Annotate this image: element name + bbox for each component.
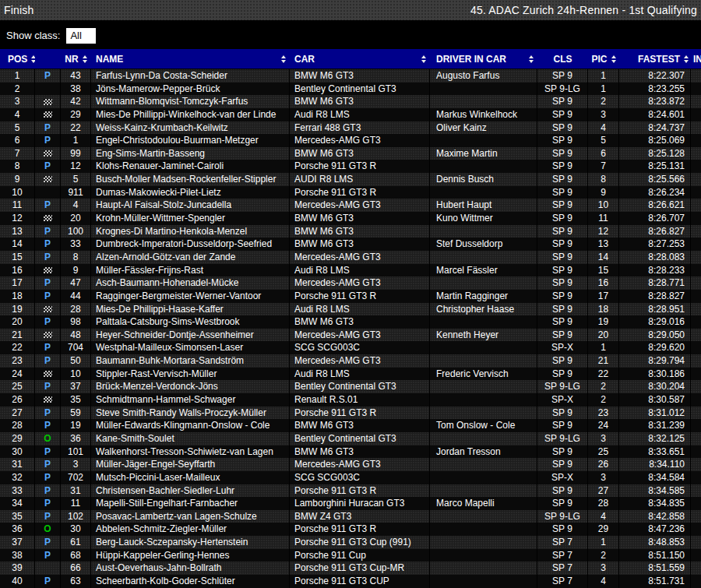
cell-cls: SP 9 [537,212,588,225]
cell-driver [430,575,537,588]
cell-pic: 9 [588,186,619,199]
cell-name: Dumas-Makowiecki-Pilet-Lietz [91,186,290,199]
cell-status: P [35,497,61,510]
column-header-name[interactable]: NAME [91,49,290,69]
cell-nr: 100 [61,225,91,238]
table-row: 8P12Klohs-Renauer-Jaminet-CairoliPorsche… [0,160,701,173]
column-header-label: CLS [554,54,572,65]
cell-pic: 1 [588,83,619,96]
checkered-flag-icon [44,150,52,157]
cell-pic: 3 [588,108,619,121]
cell-name: Wittmann-Blomqvist-Tomczyk-Farfus [91,95,290,108]
cell-in [691,329,701,342]
cell-cls: SP 9 [537,225,588,238]
cell-driver [430,484,537,498]
checkered-flag-icon [44,267,52,273]
cell-fastest: 8:28.233 [619,264,691,277]
cell-status: P [35,536,61,549]
cell-cls: SP 9 [537,264,588,277]
cell-nr: 31 [61,484,91,498]
cell-nr: 38 [61,83,91,96]
cell-in [691,549,701,562]
cell-nr: 1 [61,134,91,147]
column-header-fastest[interactable]: FASTEST [619,49,691,69]
cell-name: Heyer-Schneider-Dontje-Assenheimer [91,329,290,342]
cell-nr: 911 [61,186,91,199]
cell-cls: SP 9 [537,290,588,303]
cell-car: Porsche 911 GT3 R [290,523,430,536]
cell-driver: Markus Winkelhock [430,108,537,121]
cell-in [691,432,701,445]
cell-car: Bentley Continental GT3 [290,432,430,445]
cell-driver: Marcel Fässler [430,264,537,277]
cell-status: P [35,458,61,471]
cell-in [691,251,701,264]
cell-car: Porsche 911 GT3 Cup-MR [290,562,430,575]
pit-indicator: P [44,134,51,147]
cell-status: P [35,121,61,135]
table-row: 238Jöns-Mamerow-Pepper-BrückBentley Cont… [0,83,701,96]
cell-fastest: 8:28.083 [619,251,691,264]
cell-nr: 99 [61,147,91,160]
table-row: 1928Mies-De Phillippi-Haase-KafferAudi R… [0,303,701,316]
pit-indicator: P [44,407,51,420]
cell-name: Posavac-Lambertz-van Lagen-Schulze [91,510,290,523]
column-header-nr[interactable]: NR [61,49,91,69]
column-header-label: PIC [591,54,607,65]
cell-cls: SP 9 [537,368,588,381]
cell-status: P [35,134,61,147]
checkered-flag-icon [44,176,52,182]
cell-fastest: 8:34.110 [619,458,691,471]
cell-status: P [35,484,61,498]
column-header-label: NR [65,54,78,65]
column-header-driver[interactable]: DRIVER IN CAR [430,49,537,69]
cell-driver: Oliver Kainz [430,121,537,135]
cell-pos: 3 [0,95,35,108]
cell-pos: 17 [0,276,35,290]
cell-status [35,186,61,199]
cell-fastest: 8:34.584 [619,471,691,484]
column-header-car[interactable]: CAR [290,49,430,69]
cell-in [691,186,701,199]
cell-cls: SP 9-LG [537,510,588,523]
column-header-pic[interactable]: PIC [588,49,619,69]
table-row: 20P98Palttala-Catsburg-Sims-WestbrookBMW… [0,315,701,329]
cell-status: P [35,419,61,432]
cell-fastest: 8:25.566 [619,173,691,186]
cell-status [35,368,61,381]
cell-fastest: 8:23.255 [619,83,691,96]
cell-nr: 19 [61,419,91,432]
cell-nr: 3 [61,458,91,471]
pit-indicator: P [44,251,51,264]
column-header-status [35,49,61,69]
cell-cls: SP 9-LG [537,83,588,96]
cell-nr: 702 [61,471,91,484]
cell-pos: 30 [0,445,35,459]
cell-pic: 2 [588,549,619,562]
table-row: 2635Schmidtmann-Hammel-SchwagerRenault R… [0,393,701,407]
pit-indicator: P [44,510,51,523]
cell-status [35,393,61,407]
cell-in [691,69,701,83]
cell-name: Krognes-Di Martino-Henkola-Menzel [91,225,290,238]
cell-name: Mapelli-Still-Engelhart-Farnbacher [91,497,290,510]
cell-cls: SP 9 [537,407,588,420]
column-header-pos[interactable]: POS [0,49,35,69]
class-filter-select[interactable]: All [66,28,96,44]
cell-pic: 11 [588,212,619,225]
cell-nr: 101 [61,445,91,459]
cell-cls: SP 9 [537,134,588,147]
cell-in [691,380,701,393]
checkered-flag-icon [44,371,52,377]
cell-status [35,173,61,186]
cell-name: Stippler-Rast-Vervisch-Müller [91,368,290,381]
table-row: 95Busch-Moller Madsen-Rockenfeller-Stipp… [0,173,701,186]
table-row: 13P100Krognes-Di Martino-Henkola-MenzelB… [0,225,701,238]
cell-pos: 40 [0,575,35,588]
cell-fastest: 8:28.827 [619,290,691,303]
table-row: 33P31Christensen-Bachler-Siedler-LuhrPor… [0,484,701,498]
cell-cls: SP 9 [537,186,588,199]
cell-cls: SP 9 [537,95,588,108]
cell-fastest: 8:47.236 [619,523,691,536]
cell-nr: 47 [61,276,91,290]
